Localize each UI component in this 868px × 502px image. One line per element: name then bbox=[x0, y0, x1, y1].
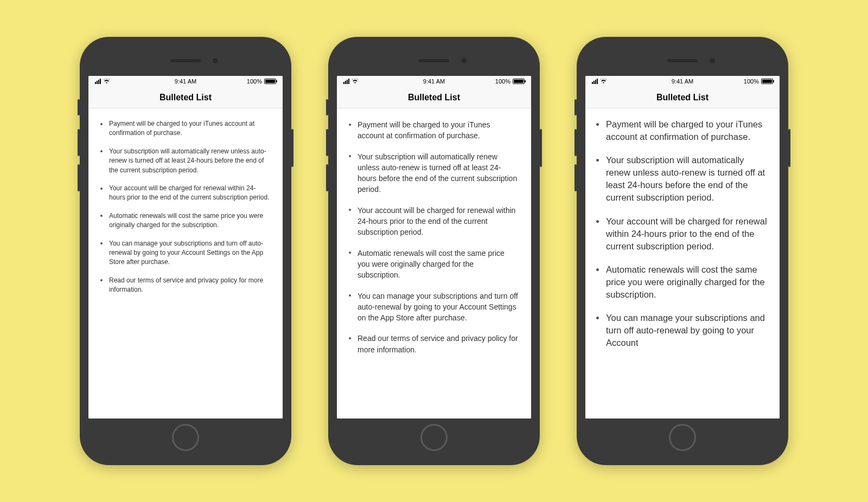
navigation-bar: Bulleted List bbox=[337, 87, 531, 108]
volume-up-button bbox=[326, 129, 328, 156]
status-left bbox=[343, 78, 359, 85]
bulleted-list: Payment will be charged to your iTunes a… bbox=[99, 119, 270, 294]
earpiece-area bbox=[88, 46, 283, 76]
list-item: Your account will be charged for renewal… bbox=[595, 215, 769, 253]
status-right: 100% bbox=[495, 78, 525, 85]
speaker-grill bbox=[170, 59, 201, 62]
screen: 9:41 AM 100% Bulleted List Payment will … bbox=[585, 76, 780, 419]
list-item: You can manage your subscriptions and tu… bbox=[99, 239, 270, 267]
volume-down-button bbox=[575, 164, 577, 191]
speaker-grill bbox=[419, 59, 449, 62]
mute-switch bbox=[78, 99, 80, 115]
home-button[interactable] bbox=[420, 424, 448, 451]
list-item: Your subscription will automatically ren… bbox=[348, 151, 518, 195]
content-area[interactable]: Payment will be charged to your iTunes a… bbox=[337, 108, 531, 419]
power-button bbox=[291, 129, 293, 167]
wifi-icon bbox=[600, 78, 607, 85]
list-item: Your account will be charged for renewal… bbox=[99, 184, 270, 203]
volume-up-button bbox=[575, 129, 577, 156]
battery-icon bbox=[513, 79, 525, 84]
cellular-signal-icon bbox=[95, 79, 101, 84]
status-left bbox=[95, 78, 110, 85]
volume-down-button bbox=[326, 164, 328, 191]
volume-down-button bbox=[78, 164, 80, 191]
battery-percentage: 100% bbox=[495, 78, 510, 85]
list-item: Automatic renewals will cost the same pr… bbox=[595, 263, 769, 301]
bulleted-list: Payment will be charged to your iTunes a… bbox=[348, 119, 518, 355]
phone-mockup-large: 9:41 AM 100% Bulleted List Payment will … bbox=[577, 37, 788, 465]
cellular-signal-icon bbox=[592, 79, 598, 84]
content-area[interactable]: Payment will be charged to your iTunes a… bbox=[88, 108, 283, 419]
wifi-icon bbox=[352, 78, 359, 85]
battery-percentage: 100% bbox=[744, 78, 759, 85]
cellular-signal-icon bbox=[343, 79, 349, 84]
home-button[interactable] bbox=[669, 424, 696, 451]
list-item: Your subscription will automatically ren… bbox=[99, 147, 270, 175]
content-area[interactable]: Payment will be charged to your iTunes a… bbox=[585, 108, 780, 419]
phone-mockup-small: 9:41 AM 100% Bulleted List Payment will … bbox=[80, 37, 291, 465]
power-button bbox=[540, 129, 542, 167]
power-button bbox=[788, 129, 790, 167]
list-item: Your account will be charged for renewal… bbox=[348, 205, 518, 238]
page-title: Bulleted List bbox=[656, 93, 709, 102]
list-item: Payment will be charged to your iTunes a… bbox=[595, 118, 769, 143]
list-item: Read our terms of service and privacy po… bbox=[99, 276, 270, 295]
status-right: 100% bbox=[744, 78, 773, 85]
mute-switch bbox=[575, 99, 577, 115]
earpiece-area bbox=[337, 46, 531, 76]
status-right: 100% bbox=[247, 78, 276, 85]
screen: 9:41 AM 100% Bulleted List Payment will … bbox=[337, 76, 531, 419]
battery-icon bbox=[761, 79, 773, 84]
list-item: Payment will be charged to your iTunes a… bbox=[348, 119, 518, 141]
status-bar: 9:41 AM 100% bbox=[337, 76, 531, 87]
list-item: Payment will be charged to your iTunes a… bbox=[99, 119, 270, 138]
front-camera bbox=[710, 58, 715, 63]
phone-mockup-medium: 9:41 AM 100% Bulleted List Payment will … bbox=[328, 37, 540, 465]
mute-switch bbox=[326, 99, 328, 115]
list-item: Your subscription will automatically ren… bbox=[595, 154, 769, 204]
status-left bbox=[592, 78, 607, 85]
list-item: Automatic renewals will cost the same pr… bbox=[99, 211, 270, 230]
earpiece-area bbox=[585, 46, 780, 76]
list-item: Read our terms of service and privacy po… bbox=[348, 333, 518, 355]
navigation-bar: Bulleted List bbox=[88, 87, 283, 108]
wifi-icon bbox=[103, 78, 110, 85]
list-item: You can manage your subscriptions and tu… bbox=[348, 291, 518, 324]
status-time: 9:41 AM bbox=[175, 78, 196, 85]
home-button-area bbox=[88, 419, 283, 456]
bulleted-list: Payment will be charged to your iTunes a… bbox=[595, 118, 769, 349]
speaker-grill bbox=[667, 59, 698, 62]
list-item: Automatic renewals will cost the same pr… bbox=[348, 248, 518, 281]
page-title: Bulleted List bbox=[159, 93, 212, 102]
page-title: Bulleted List bbox=[408, 93, 460, 102]
home-button[interactable] bbox=[172, 424, 199, 451]
battery-percentage: 100% bbox=[247, 78, 262, 85]
status-bar: 9:41 AM 100% bbox=[585, 76, 780, 87]
home-button-area bbox=[337, 419, 531, 456]
status-time: 9:41 AM bbox=[672, 78, 693, 85]
volume-up-button bbox=[78, 129, 80, 156]
front-camera bbox=[461, 58, 467, 63]
status-bar: 9:41 AM 100% bbox=[88, 76, 283, 87]
status-time: 9:41 AM bbox=[423, 78, 445, 85]
screen: 9:41 AM 100% Bulleted List Payment will … bbox=[88, 76, 283, 419]
front-camera bbox=[213, 58, 218, 63]
list-item: You can manage your subscriptions and tu… bbox=[595, 312, 769, 349]
battery-icon bbox=[264, 79, 276, 84]
navigation-bar: Bulleted List bbox=[585, 87, 780, 108]
home-button-area bbox=[585, 419, 780, 456]
